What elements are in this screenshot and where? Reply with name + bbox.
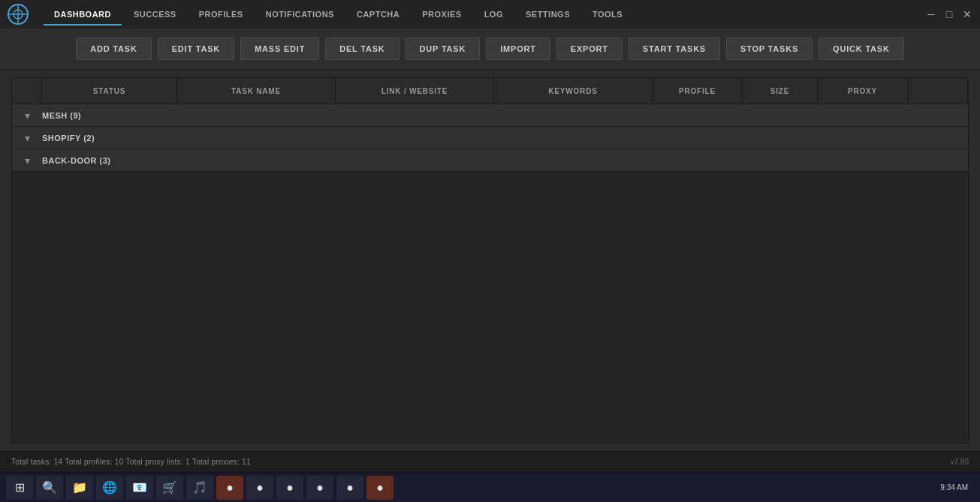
task-table: STATUS TASK NAME LINK / WEBSITE KEYWORDS… <box>11 77 969 443</box>
col-task-name: TASK NAME <box>177 78 336 104</box>
chevron-backdoor-icon: ▾ <box>12 155 42 167</box>
status-text: Total tasks: 14 Total profiles: 10 Total… <box>11 458 251 466</box>
nav-log[interactable]: LOG <box>474 4 514 25</box>
chevron-mesh-icon: ▾ <box>12 110 42 122</box>
nav-dashboard[interactable]: DASHBOARD <box>44 4 122 25</box>
col-chevron <box>12 78 42 104</box>
nav-profiles[interactable]: PROFILES <box>188 4 254 25</box>
mass-edit-button[interactable]: MASS EDIT <box>240 38 319 60</box>
add-task-button[interactable]: ADD TASK <box>76 38 151 60</box>
total-proxy-lists: Total proxy lists: 1 <box>125 458 189 466</box>
main-nav: DASHBOARD SUCCESS PROFILES NOTIFICATIONS… <box>44 4 926 25</box>
minimize-button[interactable]: ─ <box>926 9 936 20</box>
total-proxies: Total proxies: 11 <box>192 458 251 466</box>
close-button[interactable]: ✕ <box>962 9 972 20</box>
total-profiles: Total profiles: 10 <box>65 458 123 466</box>
import-button[interactable]: IMPORT <box>486 38 550 60</box>
taskbar-app4[interactable]: ● <box>306 476 333 500</box>
nav-proxies[interactable]: PROXIES <box>412 4 472 25</box>
nav-success[interactable]: SUCCESS <box>123 4 187 25</box>
col-status: STATUS <box>42 78 177 104</box>
windows-taskbar: ⊞ 🔍 📁 🌐 📧 🛒 🎵 ● ● ● ● ● ● 9:34 AM <box>0 472 980 502</box>
group-backdoor-label: BACK-DOOR (3) <box>42 156 968 165</box>
taskbar-store[interactable]: 🛒 <box>156 476 183 500</box>
chevron-shopify-icon: ▾ <box>12 132 42 144</box>
app-logo <box>8 4 29 25</box>
table-body: ▾ MESH (9) ▾ SHOPIFY (2) ▾ BACK-DOOR (3) <box>12 104 968 443</box>
status-bar: Total tasks: 14 Total profiles: 10 Total… <box>0 451 980 472</box>
nav-settings[interactable]: SETTINGS <box>515 4 580 25</box>
quick-task-button[interactable]: QUICK TASK <box>819 38 904 60</box>
col-proxy: PROXY <box>818 78 908 104</box>
nav-tools[interactable]: TOOLS <box>582 4 633 25</box>
nav-captcha[interactable]: CAPTCHA <box>346 4 410 25</box>
taskbar-app5[interactable]: ● <box>336 476 363 500</box>
table-header: STATUS TASK NAME LINK / WEBSITE KEYWORDS… <box>12 78 968 104</box>
stop-tasks-button[interactable]: STOP TASKS <box>726 38 813 60</box>
col-profile: PROFILE <box>653 78 743 104</box>
col-extra <box>908 78 968 104</box>
col-size: SIZE <box>743 78 818 104</box>
dup-task-button[interactable]: DUP TASK <box>406 38 481 60</box>
group-mesh-label: MESH (9) <box>42 111 968 120</box>
taskbar-browser[interactable]: 🌐 <box>96 476 123 500</box>
taskbar-explorer[interactable]: 📁 <box>66 476 93 500</box>
taskbar-app2[interactable]: ● <box>246 476 273 500</box>
group-row-shopify[interactable]: ▾ SHOPIFY (2) <box>12 127 968 149</box>
edit-task-button[interactable]: EDIT TASK <box>158 38 234 60</box>
nav-notifications[interactable]: NOTIFICATIONS <box>255 4 345 25</box>
group-row-backdoor[interactable]: ▾ BACK-DOOR (3) <box>12 149 968 172</box>
export-button[interactable]: EXPORT <box>556 38 623 60</box>
taskbar-mail[interactable]: 📧 <box>126 476 153 500</box>
group-shopify-label: SHOPIFY (2) <box>42 134 968 143</box>
col-keywords: KEYWORDS <box>494 78 653 104</box>
taskbar-music[interactable]: 🎵 <box>186 476 213 500</box>
maximize-button[interactable]: □ <box>944 9 954 20</box>
del-task-button[interactable]: DEL TASK <box>325 38 399 60</box>
taskbar-app1[interactable]: ● <box>216 476 243 500</box>
taskbar-search[interactable]: 🔍 <box>36 476 63 500</box>
taskbar-app6[interactable]: ● <box>366 476 394 500</box>
toolbar: ADD TASK EDIT TASK MASS EDIT DEL TASK DU… <box>0 29 980 70</box>
start-tasks-button[interactable]: START TASKS <box>629 38 720 60</box>
window-controls: ─ □ ✕ <box>926 9 972 20</box>
col-link-website: LINK / WEBSITE <box>336 78 494 104</box>
taskbar-start[interactable]: ⊞ <box>6 476 33 500</box>
taskbar-app3[interactable]: ● <box>276 476 303 500</box>
group-row-mesh[interactable]: ▾ MESH (9) <box>12 104 968 127</box>
title-bar: DASHBOARD SUCCESS PROFILES NOTIFICATIONS… <box>0 0 980 29</box>
total-tasks: Total tasks: 14 <box>11 458 62 466</box>
version-text: v7.80 <box>951 458 969 466</box>
taskbar-time: 9:34 AM <box>940 483 974 491</box>
